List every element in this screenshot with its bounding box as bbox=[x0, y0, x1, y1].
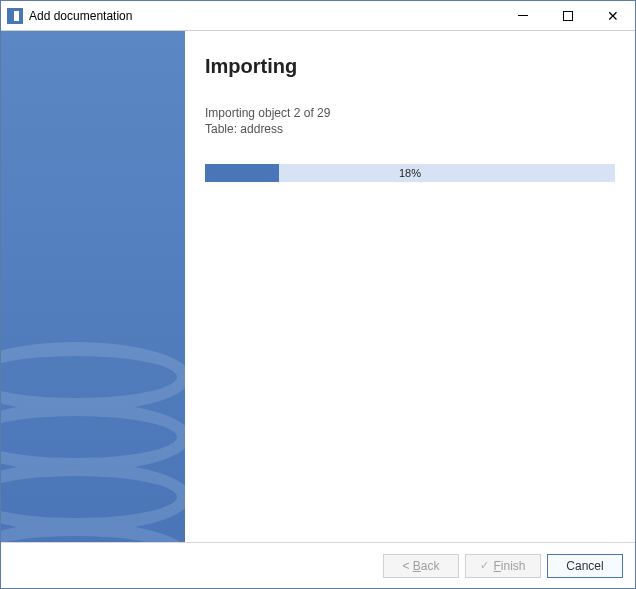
database-graphic-icon bbox=[1, 292, 185, 542]
minimize-button[interactable] bbox=[500, 1, 545, 30]
main-panel: Importing Importing object 2 of 29 Table… bbox=[185, 31, 635, 542]
minimize-icon bbox=[518, 15, 528, 16]
wizard-sidebar bbox=[1, 31, 185, 542]
window-controls: ✕ bbox=[500, 1, 635, 30]
import-status-table: Table: address bbox=[205, 122, 615, 136]
finish-button: ✓ Finish bbox=[465, 554, 541, 578]
back-button: < Back bbox=[383, 554, 459, 578]
window-title: Add documentation bbox=[29, 9, 500, 23]
content-area: Importing Importing object 2 of 29 Table… bbox=[1, 31, 635, 542]
titlebar: Add documentation ✕ bbox=[1, 1, 635, 31]
cancel-button[interactable]: Cancel bbox=[547, 554, 623, 578]
progress-bar: 18% bbox=[205, 164, 615, 182]
page-heading: Importing bbox=[205, 55, 615, 78]
cancel-button-label: Cancel bbox=[566, 559, 603, 573]
wizard-footer: < Back ✓ Finish Cancel bbox=[1, 542, 635, 588]
import-status-object: Importing object 2 of 29 bbox=[205, 106, 615, 120]
maximize-icon bbox=[563, 11, 573, 21]
close-icon: ✕ bbox=[607, 9, 619, 23]
close-button[interactable]: ✕ bbox=[590, 1, 635, 30]
app-icon bbox=[7, 8, 23, 24]
finish-button-label: Finish bbox=[493, 559, 525, 573]
maximize-button[interactable] bbox=[545, 1, 590, 30]
progress-label: 18% bbox=[205, 164, 615, 182]
back-button-label: < Back bbox=[402, 559, 439, 573]
check-icon: ✓ bbox=[480, 559, 489, 572]
